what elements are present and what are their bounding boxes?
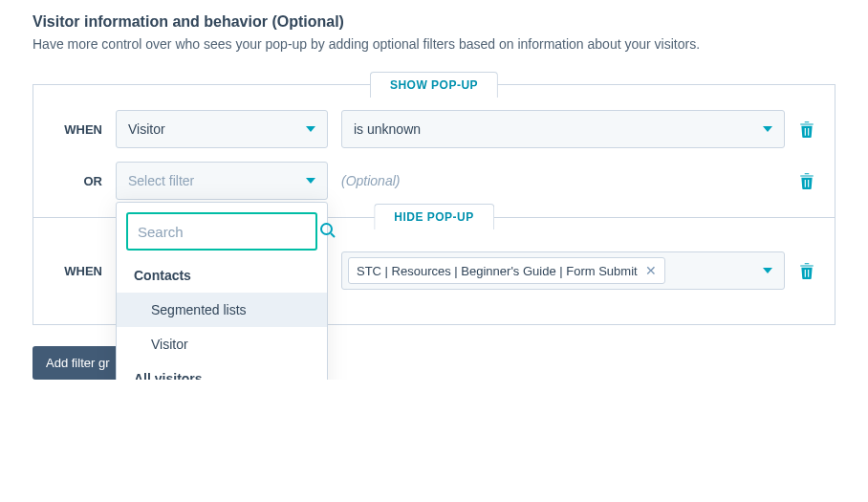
filter-select-visitor[interactable]: Visitor [116,110,328,148]
trash-icon [799,172,814,189]
row-label-or: OR [53,174,102,188]
condition-select-chip[interactable]: STC | Resources | Beginner's Guide | For… [341,251,785,290]
trash-icon [799,262,814,279]
chevron-down-icon [763,126,772,132]
show-popup-legend: SHOW POP-UP [370,72,498,98]
svg-line-1 [331,233,335,237]
row-label-when: WHEN [53,122,102,137]
row-label-when: WHEN [53,264,102,278]
filter-dropdown: Contacts Segmented lists Visitor All vis… [116,202,328,380]
search-input[interactable] [138,224,319,240]
page-description: Have more control over who sees your pop… [33,36,835,52]
chip-remove-icon[interactable]: ✕ [645,263,657,278]
delete-row-button[interactable] [798,262,815,279]
chevron-down-icon [763,268,772,273]
add-filter-group-button[interactable]: Add filter gr [33,346,122,380]
dropdown-item-visitor[interactable]: Visitor [117,327,327,361]
condition-value: is unknown [354,121,421,137]
hide-popup-legend: HIDE POP-UP [374,204,494,229]
chip-label: STC | Resources | Beginner's Guide | For… [357,264,638,278]
trash-icon [799,120,814,138]
filter-select-placeholder[interactable]: Select filter [116,162,328,200]
delete-row-button[interactable] [798,172,815,189]
optional-text: (Optional) [341,173,785,188]
filter-select-value: Visitor [128,121,165,137]
svg-point-0 [321,224,332,234]
page-title: Visitor information and behavior (Option… [33,13,835,31]
dropdown-item-segmented-lists[interactable]: Segmented lists [117,293,327,327]
search-icon [319,222,336,242]
dropdown-search-wrap [126,212,317,251]
dropdown-group-all-visitors: All visitors [117,361,327,380]
condition-select-unknown[interactable]: is unknown [341,110,785,148]
dropdown-group-contacts: Contacts [117,258,327,293]
show-popup-panel: SHOW POP-UP WHEN Visitor is unknown OR S… [33,84,835,218]
filter-select-value: Select filter [128,173,194,188]
selected-chip: STC | Resources | Beginner's Guide | For… [348,257,665,284]
chevron-down-icon [306,126,315,132]
delete-row-button[interactable] [798,120,815,138]
filter-row-or: OR Select filter Contacts Segmented list… [53,162,815,200]
filter-row-when: WHEN Visitor is unknown [53,110,815,148]
chevron-down-icon [306,178,315,184]
